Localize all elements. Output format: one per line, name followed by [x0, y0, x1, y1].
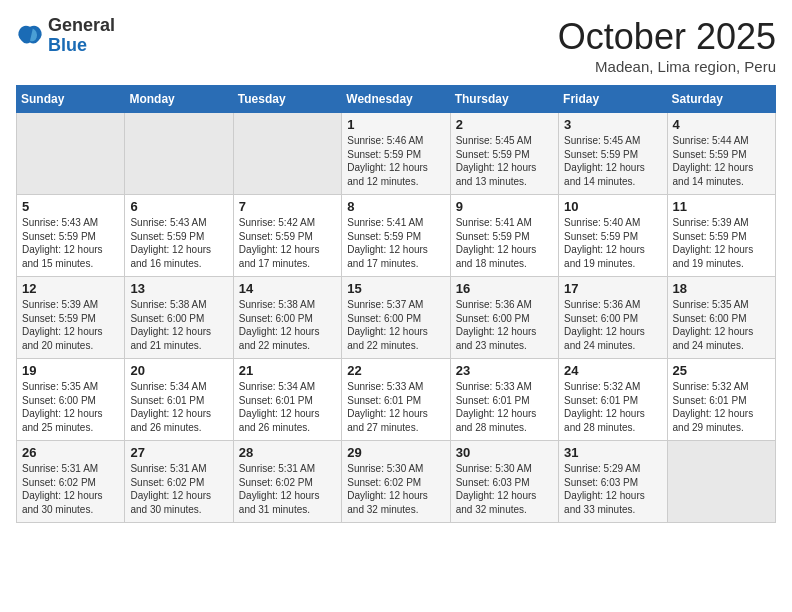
- day-content: Sunrise: 5:33 AM Sunset: 6:01 PM Dayligh…: [456, 380, 553, 434]
- day-number: 18: [673, 281, 770, 296]
- calendar-week-row: 12Sunrise: 5:39 AM Sunset: 5:59 PM Dayli…: [17, 277, 776, 359]
- calendar-cell: 23Sunrise: 5:33 AM Sunset: 6:01 PM Dayli…: [450, 359, 558, 441]
- day-number: 26: [22, 445, 119, 460]
- calendar-cell: 25Sunrise: 5:32 AM Sunset: 6:01 PM Dayli…: [667, 359, 775, 441]
- calendar-cell: 3Sunrise: 5:45 AM Sunset: 5:59 PM Daylig…: [559, 113, 667, 195]
- day-number: 6: [130, 199, 227, 214]
- calendar-table: SundayMondayTuesdayWednesdayThursdayFrid…: [16, 85, 776, 523]
- logo-icon: [16, 22, 44, 50]
- day-content: Sunrise: 5:39 AM Sunset: 5:59 PM Dayligh…: [673, 216, 770, 270]
- day-number: 28: [239, 445, 336, 460]
- calendar-cell: [233, 113, 341, 195]
- day-content: Sunrise: 5:31 AM Sunset: 6:02 PM Dayligh…: [130, 462, 227, 516]
- logo-general: General: [48, 15, 115, 35]
- calendar-cell: 30Sunrise: 5:30 AM Sunset: 6:03 PM Dayli…: [450, 441, 558, 523]
- day-content: Sunrise: 5:30 AM Sunset: 6:02 PM Dayligh…: [347, 462, 444, 516]
- day-content: Sunrise: 5:35 AM Sunset: 6:00 PM Dayligh…: [673, 298, 770, 352]
- calendar-cell: 11Sunrise: 5:39 AM Sunset: 5:59 PM Dayli…: [667, 195, 775, 277]
- day-number: 23: [456, 363, 553, 378]
- calendar-cell: 24Sunrise: 5:32 AM Sunset: 6:01 PM Dayli…: [559, 359, 667, 441]
- day-number: 29: [347, 445, 444, 460]
- day-content: Sunrise: 5:42 AM Sunset: 5:59 PM Dayligh…: [239, 216, 336, 270]
- day-content: Sunrise: 5:44 AM Sunset: 5:59 PM Dayligh…: [673, 134, 770, 188]
- col-header-thursday: Thursday: [450, 86, 558, 113]
- day-content: Sunrise: 5:32 AM Sunset: 6:01 PM Dayligh…: [673, 380, 770, 434]
- calendar-cell: 31Sunrise: 5:29 AM Sunset: 6:03 PM Dayli…: [559, 441, 667, 523]
- day-number: 24: [564, 363, 661, 378]
- calendar-cell: 9Sunrise: 5:41 AM Sunset: 5:59 PM Daylig…: [450, 195, 558, 277]
- col-header-wednesday: Wednesday: [342, 86, 450, 113]
- calendar-cell: [667, 441, 775, 523]
- calendar-cell: 21Sunrise: 5:34 AM Sunset: 6:01 PM Dayli…: [233, 359, 341, 441]
- day-number: 22: [347, 363, 444, 378]
- day-content: Sunrise: 5:41 AM Sunset: 5:59 PM Dayligh…: [456, 216, 553, 270]
- day-content: Sunrise: 5:35 AM Sunset: 6:00 PM Dayligh…: [22, 380, 119, 434]
- calendar-cell: 26Sunrise: 5:31 AM Sunset: 6:02 PM Dayli…: [17, 441, 125, 523]
- calendar-cell: 7Sunrise: 5:42 AM Sunset: 5:59 PM Daylig…: [233, 195, 341, 277]
- calendar-cell: 5Sunrise: 5:43 AM Sunset: 5:59 PM Daylig…: [17, 195, 125, 277]
- logo-text: General Blue: [48, 16, 115, 56]
- col-header-friday: Friday: [559, 86, 667, 113]
- day-number: 16: [456, 281, 553, 296]
- day-number: 30: [456, 445, 553, 460]
- calendar-cell: 22Sunrise: 5:33 AM Sunset: 6:01 PM Dayli…: [342, 359, 450, 441]
- day-content: Sunrise: 5:36 AM Sunset: 6:00 PM Dayligh…: [456, 298, 553, 352]
- day-number: 19: [22, 363, 119, 378]
- day-number: 25: [673, 363, 770, 378]
- location: Madean, Lima region, Peru: [558, 58, 776, 75]
- day-content: Sunrise: 5:45 AM Sunset: 5:59 PM Dayligh…: [564, 134, 661, 188]
- col-header-sunday: Sunday: [17, 86, 125, 113]
- calendar-cell: 6Sunrise: 5:43 AM Sunset: 5:59 PM Daylig…: [125, 195, 233, 277]
- calendar-cell: 12Sunrise: 5:39 AM Sunset: 5:59 PM Dayli…: [17, 277, 125, 359]
- calendar-cell: 28Sunrise: 5:31 AM Sunset: 6:02 PM Dayli…: [233, 441, 341, 523]
- day-number: 4: [673, 117, 770, 132]
- calendar-cell: 27Sunrise: 5:31 AM Sunset: 6:02 PM Dayli…: [125, 441, 233, 523]
- col-header-monday: Monday: [125, 86, 233, 113]
- calendar-cell: 17Sunrise: 5:36 AM Sunset: 6:00 PM Dayli…: [559, 277, 667, 359]
- day-content: Sunrise: 5:38 AM Sunset: 6:00 PM Dayligh…: [239, 298, 336, 352]
- day-content: Sunrise: 5:38 AM Sunset: 6:00 PM Dayligh…: [130, 298, 227, 352]
- day-number: 15: [347, 281, 444, 296]
- calendar-header-row: SundayMondayTuesdayWednesdayThursdayFrid…: [17, 86, 776, 113]
- day-content: Sunrise: 5:39 AM Sunset: 5:59 PM Dayligh…: [22, 298, 119, 352]
- calendar-cell: 29Sunrise: 5:30 AM Sunset: 6:02 PM Dayli…: [342, 441, 450, 523]
- day-content: Sunrise: 5:30 AM Sunset: 6:03 PM Dayligh…: [456, 462, 553, 516]
- col-header-tuesday: Tuesday: [233, 86, 341, 113]
- day-number: 20: [130, 363, 227, 378]
- day-content: Sunrise: 5:41 AM Sunset: 5:59 PM Dayligh…: [347, 216, 444, 270]
- day-number: 2: [456, 117, 553, 132]
- title-block: October 2025 Madean, Lima region, Peru: [558, 16, 776, 75]
- calendar-cell: [17, 113, 125, 195]
- day-number: 10: [564, 199, 661, 214]
- day-number: 9: [456, 199, 553, 214]
- day-number: 14: [239, 281, 336, 296]
- day-number: 13: [130, 281, 227, 296]
- day-number: 3: [564, 117, 661, 132]
- col-header-saturday: Saturday: [667, 86, 775, 113]
- day-content: Sunrise: 5:36 AM Sunset: 6:00 PM Dayligh…: [564, 298, 661, 352]
- calendar-cell: [125, 113, 233, 195]
- day-number: 27: [130, 445, 227, 460]
- calendar-week-row: 1Sunrise: 5:46 AM Sunset: 5:59 PM Daylig…: [17, 113, 776, 195]
- day-content: Sunrise: 5:46 AM Sunset: 5:59 PM Dayligh…: [347, 134, 444, 188]
- page-header: General Blue October 2025 Madean, Lima r…: [16, 16, 776, 75]
- calendar-cell: 4Sunrise: 5:44 AM Sunset: 5:59 PM Daylig…: [667, 113, 775, 195]
- day-number: 5: [22, 199, 119, 214]
- calendar-cell: 15Sunrise: 5:37 AM Sunset: 6:00 PM Dayli…: [342, 277, 450, 359]
- calendar-cell: 10Sunrise: 5:40 AM Sunset: 5:59 PM Dayli…: [559, 195, 667, 277]
- day-number: 21: [239, 363, 336, 378]
- calendar-cell: 14Sunrise: 5:38 AM Sunset: 6:00 PM Dayli…: [233, 277, 341, 359]
- calendar-cell: 13Sunrise: 5:38 AM Sunset: 6:00 PM Dayli…: [125, 277, 233, 359]
- day-number: 11: [673, 199, 770, 214]
- logo: General Blue: [16, 16, 115, 56]
- day-content: Sunrise: 5:29 AM Sunset: 6:03 PM Dayligh…: [564, 462, 661, 516]
- calendar-week-row: 19Sunrise: 5:35 AM Sunset: 6:00 PM Dayli…: [17, 359, 776, 441]
- day-number: 31: [564, 445, 661, 460]
- month-title: October 2025: [558, 16, 776, 58]
- day-number: 7: [239, 199, 336, 214]
- day-number: 8: [347, 199, 444, 214]
- day-number: 12: [22, 281, 119, 296]
- day-content: Sunrise: 5:31 AM Sunset: 6:02 PM Dayligh…: [239, 462, 336, 516]
- day-content: Sunrise: 5:43 AM Sunset: 5:59 PM Dayligh…: [22, 216, 119, 270]
- logo-blue: Blue: [48, 35, 87, 55]
